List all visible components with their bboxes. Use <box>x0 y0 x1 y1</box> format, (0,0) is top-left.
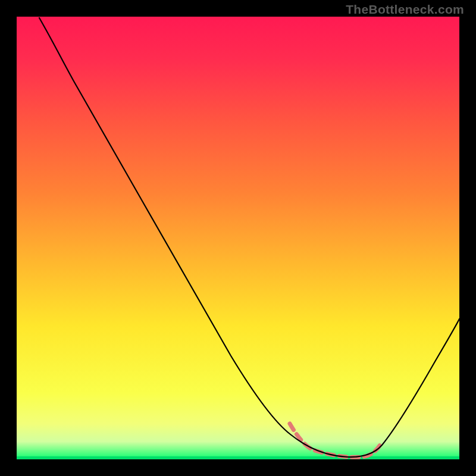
watermark-text: TheBottleneck.com <box>346 2 464 17</box>
chart-container: TheBottleneck.com <box>0 0 476 476</box>
highlight-dashed-segment <box>290 424 381 457</box>
bottleneck-curve <box>39 18 459 457</box>
curve-svg <box>17 17 459 459</box>
plot-area <box>17 17 459 459</box>
